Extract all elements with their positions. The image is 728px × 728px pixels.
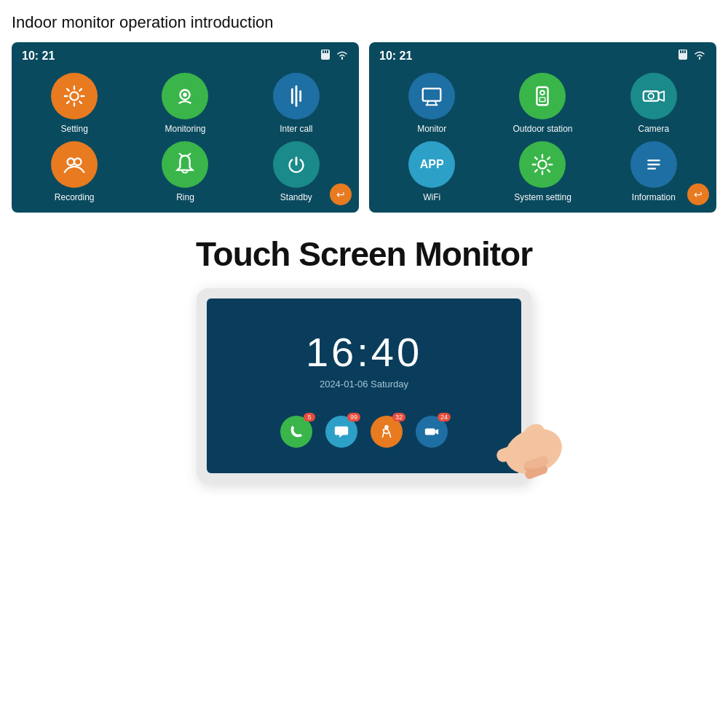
- camera-icon-circle: [630, 73, 677, 119]
- information-icon-circle: [630, 141, 677, 188]
- menu-item-ring[interactable]: Ring: [132, 141, 237, 202]
- monitoring-icon-circle: [162, 73, 208, 119]
- screen1-top-bar: 10: 21: [22, 50, 349, 63]
- svg-point-26: [648, 93, 654, 99]
- outdoor-icon-circle: [519, 73, 566, 119]
- system-setting-icon-circle: [519, 141, 566, 188]
- svg-point-27: [539, 160, 547, 168]
- menu-item-system-setting[interactable]: System setting: [490, 141, 595, 202]
- screen2-menu-grid: Monitor Outdoor station: [379, 73, 706, 202]
- monitor-clock: 16:40: [306, 328, 422, 376]
- screens-row: 10: 21: [12, 42, 716, 213]
- menu-item-recording[interactable]: Recording: [22, 141, 127, 202]
- monitor-wrapper: 16:40 2024-01-06 Saturday 5: [197, 288, 531, 483]
- screen2-top-icons: [677, 50, 706, 63]
- outdoor-label: Outdoor station: [513, 124, 572, 134]
- menu-item-setting[interactable]: Setting: [22, 73, 127, 134]
- recording-icon-circle: [51, 141, 98, 188]
- screen2-wifi-icon: [693, 50, 706, 63]
- system-setting-label: System setting: [514, 192, 571, 202]
- chat-icon-wrap: 99: [325, 416, 357, 448]
- chat-badge: 99: [347, 413, 360, 422]
- svg-point-31: [384, 425, 389, 430]
- motion-icon-wrap: 32: [371, 416, 403, 448]
- svg-point-4: [70, 92, 78, 100]
- screen2-time: 10: 21: [379, 50, 412, 63]
- touch-screen-title: Touch Screen Monitor: [196, 234, 532, 274]
- monitoring-label: Monitoring: [165, 124, 205, 134]
- monitor-icon-circle: [408, 73, 455, 119]
- svg-point-11: [74, 159, 81, 165]
- setting-icon-circle: [51, 73, 98, 119]
- screen-panel-1: 10: 21: [12, 42, 359, 213]
- wifi-label: WiFi: [423, 192, 440, 202]
- monitor-bottom-icons: 5 99: [280, 416, 448, 448]
- screen1-top-icons: [320, 50, 349, 63]
- svg-rect-3: [327, 50, 328, 53]
- svg-point-23: [541, 90, 545, 95]
- recording-badge: 24: [438, 413, 451, 422]
- menu-item-monitoring[interactable]: Monitoring: [132, 73, 237, 134]
- information-label: Information: [632, 192, 676, 202]
- svg-rect-16: [682, 50, 684, 53]
- camera-label: Camera: [638, 124, 669, 134]
- phone-icon-wrap: 5: [280, 416, 312, 448]
- monitor-label: Monitor: [417, 124, 446, 134]
- bottom-section: Touch Screen Monitor 16:40 2024-01-06 Sa…: [12, 234, 716, 483]
- setting-label: Setting: [60, 124, 87, 134]
- screen2-back-button[interactable]: ↩: [687, 183, 709, 205]
- wifi-icon: [336, 50, 349, 63]
- page-title: Indoor monitor operation introduction: [12, 13, 716, 32]
- recording-label: Recording: [55, 192, 95, 202]
- phone-badge: 5: [304, 413, 315, 422]
- intercall-icon-circle: [273, 73, 320, 119]
- ring-icon-circle: [162, 141, 208, 188]
- sd-card-icon: [320, 50, 331, 63]
- svg-rect-24: [540, 98, 546, 102]
- screen2-sd-icon: [677, 50, 689, 63]
- svg-point-6: [183, 92, 188, 97]
- screen2-top-bar: 10: 21: [379, 50, 706, 63]
- hand-pointer: [451, 389, 597, 498]
- svg-rect-17: [684, 50, 686, 53]
- standby-icon-circle: [273, 141, 320, 188]
- svg-rect-32: [425, 428, 435, 435]
- screen1-time: 10: 21: [22, 50, 55, 63]
- svg-line-13: [188, 154, 191, 156]
- standby-label: Standby: [280, 192, 312, 202]
- svg-rect-1: [323, 50, 324, 53]
- ring-label: Ring: [176, 192, 194, 202]
- menu-item-intercall[interactable]: Inter call: [244, 73, 349, 134]
- menu-item-wifi[interactable]: APP WiFi: [379, 141, 484, 202]
- svg-rect-18: [423, 89, 441, 101]
- recording-icon-wrap: 24: [416, 416, 448, 448]
- menu-item-outdoor[interactable]: Outdoor station: [490, 73, 595, 134]
- wifi-app-icon-circle: APP: [408, 141, 455, 188]
- intercall-label: Inter call: [280, 124, 312, 134]
- menu-item-monitor[interactable]: Monitor: [379, 73, 484, 134]
- svg-rect-2: [325, 50, 326, 53]
- motion-badge: 32: [392, 413, 405, 422]
- monitor-date: 2024-01-06 Saturday: [320, 379, 408, 389]
- page-wrapper: Indoor monitor operation introduction 10…: [0, 0, 728, 728]
- svg-point-10: [68, 159, 74, 165]
- screen-panel-2: 10: 21: [369, 42, 716, 213]
- svg-line-12: [180, 154, 183, 156]
- screen1-menu-grid: Setting Monitoring: [22, 73, 349, 202]
- svg-rect-15: [680, 50, 681, 53]
- svg-rect-22: [537, 87, 548, 106]
- screen1-back-button[interactable]: ↩: [330, 183, 352, 205]
- menu-item-camera[interactable]: Camera: [601, 73, 706, 134]
